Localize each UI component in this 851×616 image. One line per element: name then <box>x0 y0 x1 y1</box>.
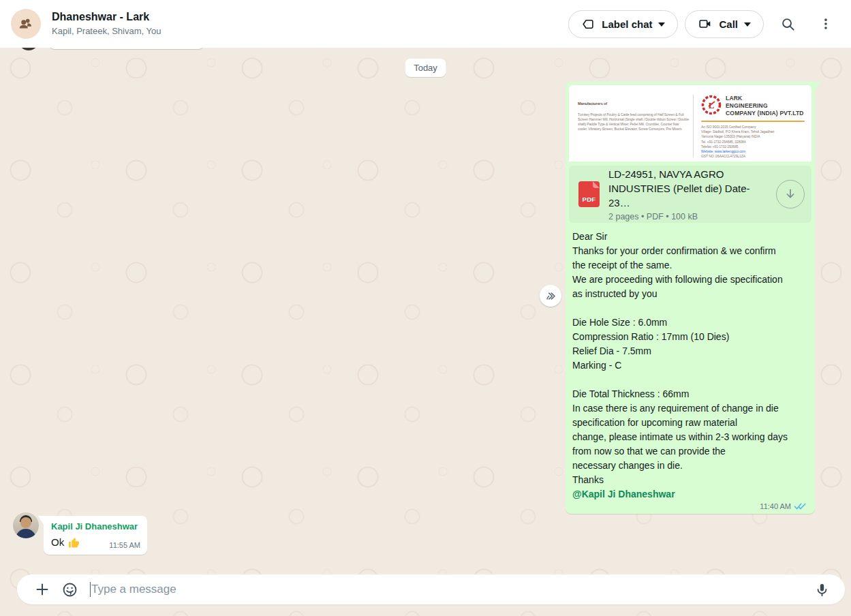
letterhead-rule <box>701 121 805 122</box>
letterhead-gst: GST NO: 06AACCL4729L1ZA <box>701 154 809 159</box>
message-input[interactable] <box>91 583 808 596</box>
pdf-label: PDF <box>583 196 596 203</box>
letterhead-company-name: LARK ENGINEERING COMPANY (INDIA) PVT.LTD <box>726 95 804 117</box>
download-icon <box>784 187 797 201</box>
message-text: Dear Sir Thanks for your order confirmat… <box>569 223 811 487</box>
label-chat-button[interactable]: Label chat <box>568 10 678 38</box>
outgoing-message-bubble: Manufacturers of Turnkey Projects of Pou… <box>566 82 815 514</box>
search-button[interactable] <box>773 10 802 38</box>
letterhead-website: Website: www.larkenggco.com <box>701 149 809 154</box>
chat-header: Dhaneshwar - Lark Kapil, Prateek, Shivam… <box>0 0 851 48</box>
letterhead-left: Manufacturers of Turnkey Projects of Pou… <box>578 97 691 132</box>
sticker-button[interactable] <box>56 576 83 603</box>
header-actions: Label chat Call <box>568 10 840 38</box>
label-chat-text: Label chat <box>602 18 652 30</box>
message-meta: 11:40 AM <box>760 502 807 510</box>
attach-button[interactable] <box>29 576 56 603</box>
forward-icon <box>544 290 557 303</box>
menu-button[interactable] <box>811 10 840 38</box>
incoming-message-line: Ok 11:55 AM <box>51 535 140 549</box>
label-tag-icon <box>581 17 595 31</box>
sender-name[interactable]: Kapil Ji Dhaneshwar <box>51 521 140 533</box>
document-meta: 2 pages • PDF • 100 kB <box>608 212 771 221</box>
call-text: Call <box>719 18 738 30</box>
thumbs-up-emoji <box>67 536 80 549</box>
forward-button[interactable] <box>540 285 561 307</box>
incoming-message-bubble: Kapil Ji Dhaneshwar Ok 11:55 AM <box>44 516 147 555</box>
call-button[interactable]: Call <box>685 10 764 38</box>
mention-link[interactable]: @Kapil Ji Dhaneshwar <box>569 487 811 502</box>
plus-icon <box>34 581 50 598</box>
chat-title-block[interactable]: Dhaneshwar - Lark Kapil, Prateek, Shivam… <box>52 10 568 37</box>
video-call-icon <box>698 16 713 31</box>
previous-message-bubble <box>49 48 204 49</box>
chevron-down-icon <box>658 22 665 27</box>
mic-icon <box>814 582 830 598</box>
document-info: LD-24951, NAVYA AGRO INDUSTRIES (Pellet … <box>608 167 771 221</box>
group-avatar[interactable] <box>11 9 41 39</box>
kebab-menu-icon <box>818 16 833 31</box>
read-receipt-icon <box>794 502 807 510</box>
pdf-fold-corner <box>593 181 600 188</box>
chat-participants: Kapil, Prateek, Shivam, You <box>52 25 568 37</box>
letterhead-left-heading: Manufacturers of <box>578 102 691 106</box>
group-people-icon <box>17 15 35 33</box>
voice-message-button[interactable] <box>808 576 835 603</box>
message-composer <box>17 574 845 604</box>
lark-logo: L <box>701 95 722 115</box>
chat-title: Dhaneshwar - Lark <box>52 10 568 24</box>
previous-message-avatar <box>18 48 39 50</box>
search-icon <box>780 16 796 32</box>
letterhead-left-text: Turnkey Projects of Poultry & Cattle fee… <box>578 112 689 131</box>
chevron-down-icon <box>744 22 751 27</box>
bubble-tail <box>815 82 820 91</box>
whatsapp-chat-window: Dhaneshwar - Lark Kapil, Prateek, Shivam… <box>0 0 851 616</box>
letterhead-details: An ISO 9001:2015 Certified Company Villa… <box>701 125 809 149</box>
date-divider: Today <box>405 59 446 77</box>
sticker-smiley-icon <box>61 581 78 598</box>
download-button[interactable] <box>776 180 805 209</box>
document-filename: LD-24951, NAVYA AGRO INDUSTRIES (Pellet … <box>608 167 771 210</box>
letterhead-right: L LARK ENGINEERING COMPANY (INDIA) PVT.L… <box>701 95 809 159</box>
document-preview[interactable]: Manufacturers of Turnkey Projects of Pou… <box>569 85 811 161</box>
message-time: 11:40 AM <box>760 502 791 510</box>
text-cursor <box>90 582 91 597</box>
pdf-icon: PDF <box>578 181 600 207</box>
incoming-message-text: Ok <box>51 535 64 549</box>
bubble-tail <box>38 516 44 525</box>
message-list[interactable]: Today Manufacturers of Turnkey Projects … <box>0 48 851 616</box>
incoming-message-time: 11:55 AM <box>101 541 140 549</box>
letterhead-divider <box>693 95 694 157</box>
sender-avatar[interactable] <box>13 512 39 538</box>
document-attachment[interactable]: PDF LD-24951, NAVYA AGRO INDUSTRIES (Pel… <box>569 166 811 223</box>
